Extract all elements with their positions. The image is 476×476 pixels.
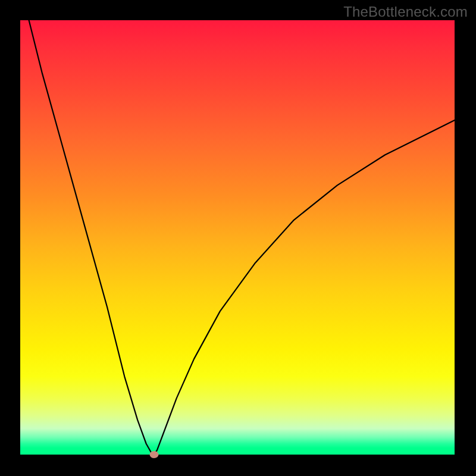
bottleneck-curve xyxy=(20,20,455,455)
watermark-text: TheBottleneck.com xyxy=(343,4,468,20)
chart-plot-area xyxy=(20,20,455,455)
curve-minimum-marker xyxy=(149,451,158,458)
